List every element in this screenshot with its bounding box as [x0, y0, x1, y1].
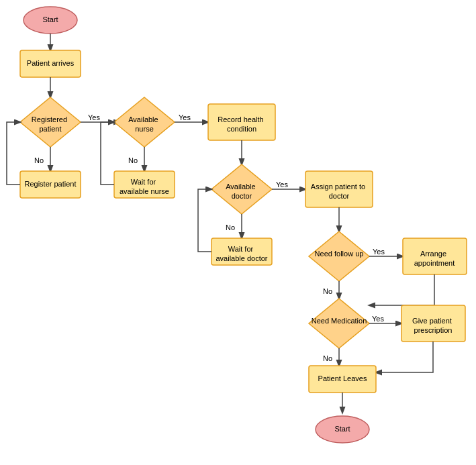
yes-label-medication: Yes	[372, 315, 384, 323]
flowchart: Start Patient arrives Registered patient…	[0, 0, 476, 465]
no-label-nurse: No	[128, 156, 138, 164]
no-label-followup: No	[323, 287, 332, 295]
arrow-wait-doctor-loop	[198, 189, 211, 252]
arrow-prescription-leaves	[376, 342, 433, 372]
yes-label-doctor: Yes	[276, 180, 288, 189]
yes-label-followup: Yes	[373, 248, 385, 256]
no-label-medication: No	[323, 354, 332, 362]
patient-leaves-label: Patient Leaves	[318, 374, 367, 382]
yes-label-nurse: Yes	[179, 113, 191, 121]
no-label-registered: No	[34, 156, 44, 164]
start-label: Start	[42, 15, 58, 23]
need-medication-label: Need Medication	[312, 317, 367, 325]
yes-label-registered: Yes	[88, 113, 100, 121]
end-label: Start	[334, 425, 350, 433]
arrow-arrange-medication	[369, 274, 434, 305]
patient-arrives-label: Patient arrives	[27, 59, 75, 67]
no-label-doctor: No	[226, 223, 235, 231]
need-followup-label: Need follow up	[315, 250, 364, 258]
register-patient-label: Register patient	[24, 180, 76, 188]
arrow-register-loop	[7, 122, 20, 185]
arrow-wait-nurse-loop	[101, 122, 114, 185]
